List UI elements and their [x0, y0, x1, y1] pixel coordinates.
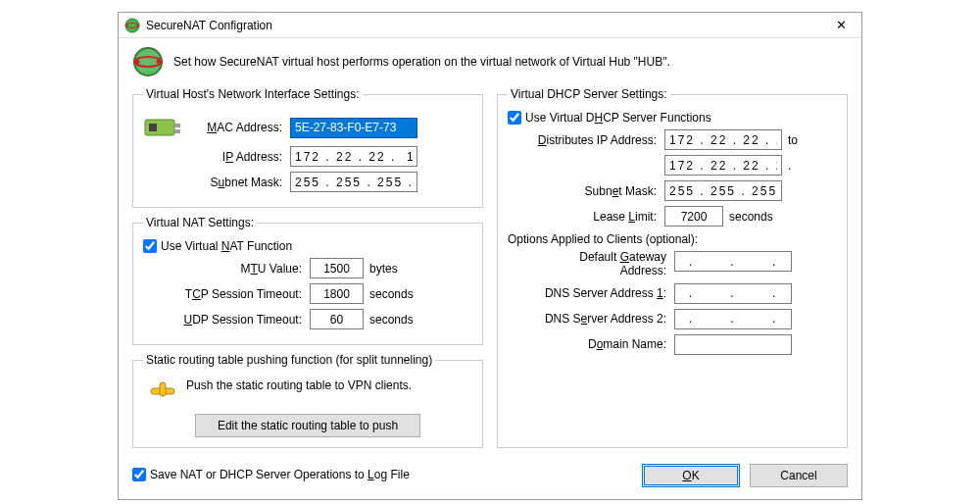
dist-label: Distributes IP Address:	[508, 133, 664, 147]
dns2-label: DNS Server Address 2:	[508, 312, 674, 326]
gw-label: Default Gateway Address:	[508, 251, 674, 278]
mtu-input[interactable]	[310, 258, 364, 278]
dhcp-mask-label: Subnet Mask:	[508, 184, 664, 198]
securenat-icon	[132, 46, 164, 77]
dhcp-mask-row: Subnet Mask:	[508, 180, 837, 201]
save-log-checkbox[interactable]: Save NAT or DHCP Server Operations to Lo…	[132, 468, 410, 481]
vnat-group: Virtual NAT Settings: Use Virtual NAT Fu…	[132, 216, 483, 345]
dhcp-group: Virtual DHCP Server Settings: Use Virtua…	[497, 87, 848, 448]
nic-icon	[143, 114, 182, 141]
vnat-legend: Virtual NAT Settings:	[143, 216, 257, 229]
svg-rect-10	[174, 124, 180, 127]
dns2-input[interactable]	[674, 309, 792, 329]
mask-label: Subnet Mask:	[143, 176, 290, 189]
dns1-input[interactable]	[674, 283, 792, 304]
svg-rect-13	[160, 382, 166, 396]
dialog-window: SecureNAT Configration ✕ Set how SecureN…	[118, 12, 862, 500]
domain-input[interactable]	[674, 334, 792, 355]
udp-label: UDP Session Timeout:	[143, 313, 310, 327]
svg-point-7	[157, 60, 162, 65]
static-route-legend: Static routing table pushing function (f…	[143, 353, 435, 367]
dist-from-input[interactable]	[664, 129, 782, 150]
gw-row: Default Gateway Address:	[508, 251, 837, 278]
window-title: SecureNAT Configration	[146, 19, 826, 32]
udp-input[interactable]	[310, 309, 364, 329]
dist-to-row: .	[508, 155, 837, 176]
lease-row: Lease Limit: seconds	[508, 206, 837, 227]
edit-routing-button[interactable]: Edit the static routing table to push	[195, 414, 420, 437]
save-log-check[interactable]	[132, 468, 146, 481]
push-desc: Push the static routing table to VPN cli…	[186, 378, 412, 392]
dns1-row: DNS Server Address 1:	[508, 283, 837, 304]
svg-rect-11	[174, 129, 180, 133]
mac-input[interactable]	[290, 118, 417, 138]
banner-text: Set how SecureNAT virtual host performs …	[173, 55, 670, 69]
lease-label: Lease Limit:	[508, 210, 664, 224]
close-icon: ✕	[836, 18, 847, 32]
opts-head: Options Applied to Clients (optional):	[508, 232, 837, 246]
right-column: Virtual DHCP Server Settings: Use Virtua…	[497, 87, 848, 448]
titlebar: SecureNAT Configration ✕	[119, 13, 861, 38]
mtu-label: MTU Value:	[143, 262, 310, 276]
left-column: Virtual Host's Network Interface Setting…	[132, 87, 483, 448]
mac-label: MAC Address:	[188, 121, 290, 134]
mask-input[interactable]	[290, 172, 417, 192]
use-dhcp-checkbox[interactable]: Use Virtual DHCP Server Functions	[508, 111, 837, 125]
svg-point-6	[135, 60, 140, 65]
pipe-icon	[149, 380, 176, 402]
mtu-row: MTU Value: bytes	[143, 258, 472, 278]
lease-unit: seconds	[729, 210, 773, 224]
content-area: Virtual Host's Network Interface Setting…	[119, 87, 861, 458]
banner: Set how SecureNAT virtual host performs …	[119, 38, 861, 87]
domain-row: Domain Name:	[508, 334, 837, 355]
vhost-group: Virtual Host's Network Interface Setting…	[132, 87, 483, 208]
dns2-row: DNS Server Address 2:	[508, 309, 837, 329]
gw-input[interactable]	[674, 251, 792, 272]
lease-input[interactable]	[664, 206, 723, 227]
save-log-label: Save NAT or DHCP Server Operations to Lo…	[150, 468, 410, 481]
static-route-group: Static routing table pushing function (f…	[132, 353, 483, 448]
mac-row: MAC Address:	[143, 114, 472, 141]
use-nat-label: Use Virtual NAT Function	[161, 239, 292, 253]
ok-button[interactable]: OK	[642, 464, 740, 487]
dhcp-mask-input[interactable]	[664, 180, 782, 201]
udp-row: UDP Session Timeout: seconds	[143, 309, 472, 329]
tcp-row: TCP Session Timeout: seconds	[143, 283, 472, 304]
udp-unit: seconds	[369, 313, 414, 327]
dist-to-word: to	[788, 133, 798, 147]
mask-row: Subnet Mask:	[143, 172, 472, 192]
close-button[interactable]: ✕	[826, 15, 856, 36]
cancel-button[interactable]: Cancel	[750, 464, 848, 487]
use-dhcp-label: Use Virtual DHCP Server Functions	[525, 111, 711, 125]
dns1-label: DNS Server Address 1:	[508, 286, 674, 300]
footer: Save NAT or DHCP Server Operations to Lo…	[119, 458, 861, 499]
app-icon	[124, 18, 140, 33]
use-nat-check[interactable]	[143, 239, 157, 253]
tcp-input[interactable]	[310, 283, 364, 304]
use-dhcp-check[interactable]	[508, 111, 521, 125]
push-row: Push the static routing table to VPN cli…	[143, 375, 472, 410]
domain-label: Domain Name:	[508, 337, 674, 351]
svg-rect-9	[149, 124, 157, 131]
dist-from-row: Distributes IP Address: to	[508, 129, 837, 150]
tcp-unit: seconds	[369, 287, 414, 301]
mtu-unit: bytes	[369, 262, 398, 276]
ip-row: IP Address:	[143, 146, 472, 167]
dist-to-input[interactable]	[664, 155, 782, 176]
use-nat-checkbox[interactable]: Use Virtual NAT Function	[143, 239, 472, 253]
ip-input[interactable]	[290, 146, 417, 167]
vhost-legend: Virtual Host's Network Interface Setting…	[143, 87, 363, 101]
svg-point-3	[136, 25, 138, 26]
ip-label: IP Address:	[143, 150, 290, 164]
svg-point-2	[126, 25, 128, 26]
tcp-label: TCP Session Timeout:	[143, 287, 310, 301]
dhcp-legend: Virtual DHCP Server Settings:	[508, 87, 670, 101]
dist-dot: .	[788, 159, 791, 173]
